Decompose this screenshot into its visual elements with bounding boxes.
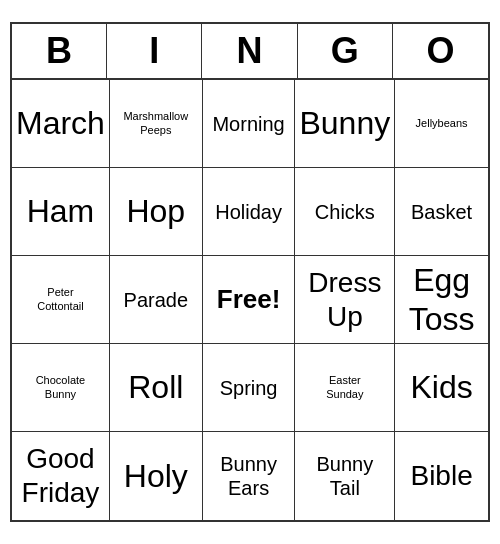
cell-text: Morning xyxy=(212,112,284,136)
bingo-cell: Free! xyxy=(203,256,296,344)
bingo-cell: DressUp xyxy=(295,256,395,344)
header-letter: B xyxy=(12,24,107,78)
cell-text: ChocolateBunny xyxy=(36,374,86,400)
cell-text: BunnyTail xyxy=(316,452,373,500)
bingo-cell: Chicks xyxy=(295,168,395,256)
cell-text: Parade xyxy=(124,288,189,312)
bingo-cell: Holiday xyxy=(203,168,296,256)
header-letter: N xyxy=(202,24,297,78)
bingo-cell: Hop xyxy=(110,168,203,256)
bingo-cell: March xyxy=(12,80,110,168)
cell-text: Bunny xyxy=(299,104,390,142)
bingo-card: BINGO MarchMarshmallowPeepsMorningBunnyJ… xyxy=(10,22,490,522)
cell-text: Hop xyxy=(126,192,185,230)
bingo-cell: Bunny xyxy=(295,80,395,168)
cell-text: Jellybeans xyxy=(416,117,468,130)
cell-text: Spring xyxy=(220,376,278,400)
cell-text: MarshmallowPeeps xyxy=(123,110,188,136)
cell-text: Holiday xyxy=(215,200,282,224)
bingo-cell: Parade xyxy=(110,256,203,344)
cell-text: Roll xyxy=(128,368,183,406)
cell-text: DressUp xyxy=(308,266,381,333)
cell-text: PeterCottontail xyxy=(37,286,83,312)
bingo-grid: MarchMarshmallowPeepsMorningBunnyJellybe… xyxy=(12,80,488,520)
bingo-cell: Bible xyxy=(395,432,488,520)
cell-text: Free! xyxy=(217,284,281,315)
bingo-cell: Jellybeans xyxy=(395,80,488,168)
cell-text: GoodFriday xyxy=(22,442,100,509)
bingo-cell: GoodFriday xyxy=(12,432,110,520)
cell-text: BunnyEars xyxy=(220,452,277,500)
cell-text: Holy xyxy=(124,457,188,495)
cell-text: EasterSunday xyxy=(326,374,363,400)
header-letter: I xyxy=(107,24,202,78)
bingo-cell: PeterCottontail xyxy=(12,256,110,344)
header-letter: O xyxy=(393,24,488,78)
bingo-cell: BunnyEars xyxy=(203,432,296,520)
bingo-cell: Holy xyxy=(110,432,203,520)
cell-text: Ham xyxy=(27,192,95,230)
bingo-cell: EggToss xyxy=(395,256,488,344)
header-letter: G xyxy=(298,24,393,78)
bingo-cell: Basket xyxy=(395,168,488,256)
bingo-cell: EasterSunday xyxy=(295,344,395,432)
bingo-cell: Roll xyxy=(110,344,203,432)
cell-text: Bible xyxy=(410,459,472,493)
bingo-cell: MarshmallowPeeps xyxy=(110,80,203,168)
bingo-cell: BunnyTail xyxy=(295,432,395,520)
bingo-cell: Kids xyxy=(395,344,488,432)
cell-text: Chicks xyxy=(315,200,375,224)
bingo-header: BINGO xyxy=(12,24,488,80)
bingo-cell: ChocolateBunny xyxy=(12,344,110,432)
bingo-cell: Morning xyxy=(203,80,296,168)
cell-text: Kids xyxy=(410,368,472,406)
cell-text: March xyxy=(16,104,105,142)
bingo-cell: Ham xyxy=(12,168,110,256)
bingo-cell: Spring xyxy=(203,344,296,432)
cell-text: Basket xyxy=(411,200,472,224)
cell-text: EggToss xyxy=(409,261,475,338)
